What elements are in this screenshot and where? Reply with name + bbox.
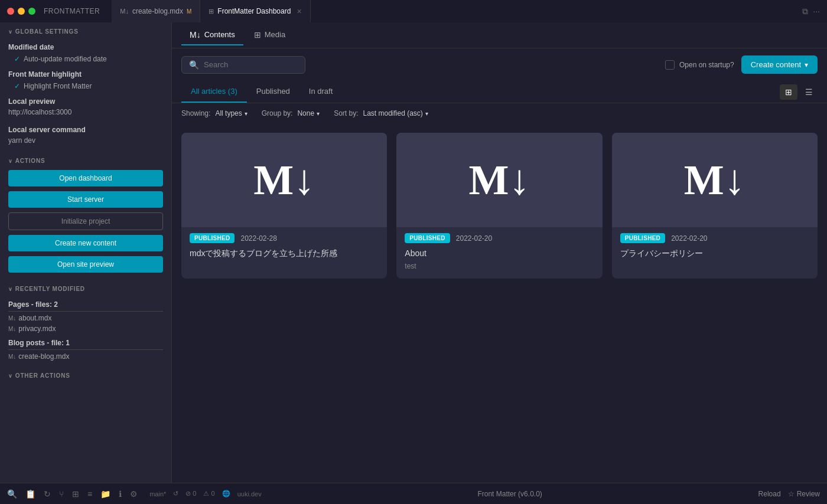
chevron-recently-icon: ∨ xyxy=(8,286,13,292)
warnings-label: ⚠ 0 xyxy=(203,490,214,498)
list-view-toggle[interactable]: ☰ xyxy=(800,84,818,100)
tab-media[interactable]: ⊞ Media xyxy=(246,25,294,45)
close-button[interactable] xyxy=(7,8,14,15)
card-date: 2022-02-28 xyxy=(240,234,276,243)
open-site-preview-button[interactable]: Open site preview xyxy=(8,256,163,273)
bottom-right: Reload ☆ Review xyxy=(758,490,820,498)
page2-label: privacy.mdx xyxy=(18,325,56,333)
content-tabs-bar: M↓ Contents ⊞ Media xyxy=(172,22,827,48)
start-server-button[interactable]: Start server xyxy=(8,191,163,208)
sync-bottom-icon[interactable]: ↻ xyxy=(44,489,51,499)
card-meta: PUBLISHED 2022-02-20 xyxy=(405,233,594,243)
minimize-button[interactable] xyxy=(18,8,25,15)
search-box[interactable]: 🔍 xyxy=(181,56,305,74)
page1-item[interactable]: M↓ about.mdx xyxy=(0,313,171,323)
folder-bottom-icon[interactable]: 📁 xyxy=(100,489,110,499)
group-by-select[interactable]: None ▾ xyxy=(297,109,320,117)
group-by-label: Group by: xyxy=(262,109,293,117)
more-actions-icon[interactable]: ··· xyxy=(813,6,820,17)
settings-bottom-icon[interactable]: ⚙ xyxy=(130,489,138,499)
check-icon: ✓ xyxy=(14,55,20,63)
traffic-lights xyxy=(7,8,35,15)
grid-bottom-icon[interactable]: ⊞ xyxy=(72,489,79,499)
tab-dashboard-label: FrontMatter Dashboard xyxy=(217,7,291,15)
app-title: FRONTMATTER xyxy=(44,7,100,15)
copy-bottom-icon[interactable]: 📋 xyxy=(25,489,35,499)
create-content-caret-icon: ▾ xyxy=(805,61,808,69)
card-title: mdxで投稿するブログを立ち上げた所感 xyxy=(190,248,379,260)
filter-all[interactable]: All articles (3) xyxy=(181,81,247,103)
open-startup-checkbox[interactable] xyxy=(665,60,675,70)
filter-published[interactable]: Published xyxy=(247,81,299,103)
contents-tab-label: Contents xyxy=(204,30,235,39)
article-card[interactable]: M↓ PUBLISHED 2022-02-28 mdxで投稿するブログを立ち上げ… xyxy=(181,133,387,279)
pages-group-label: Pages - files: 2 xyxy=(0,296,171,310)
tab-close-icon[interactable]: × xyxy=(297,6,301,16)
card-meta: PUBLISHED 2022-02-20 xyxy=(620,233,809,243)
card-date: 2022-02-20 xyxy=(671,234,707,243)
open-startup-option: Open on startup? xyxy=(665,60,734,70)
tab-contents[interactable]: M↓ Contents xyxy=(181,25,243,45)
card-subtitle: test xyxy=(405,262,594,270)
version-label: Front Matter (v6.0.0) xyxy=(477,490,542,498)
highlight-item: ✓ Highlight Front Matter xyxy=(0,80,171,93)
article-card[interactable]: M↓ PUBLISHED 2022-02-20 プライバシーポリシー xyxy=(612,133,818,279)
initialize-project-button[interactable]: Initialize project xyxy=(8,212,163,230)
blog-group-label: Blog posts - file: 1 xyxy=(0,334,171,348)
reload-button[interactable]: Reload xyxy=(758,490,781,498)
card-md-icon: M↓ xyxy=(469,156,530,205)
grid-view-toggle[interactable]: ⊞ xyxy=(780,84,797,100)
open-dashboard-button[interactable]: Open dashboard xyxy=(8,170,163,186)
recently-modified-header: ∨ RECENTLY MODIFIED xyxy=(0,280,171,296)
filter-tabs: All articles (3) Published In draft ⊞ ☰ xyxy=(172,81,827,103)
local-server-value: yarn dev xyxy=(0,135,171,149)
filter-draft[interactable]: In draft xyxy=(299,81,342,103)
split-editor-icon[interactable]: ⧉ xyxy=(802,6,808,17)
toolbar: 🔍 Open on startup? Create content ▾ xyxy=(172,48,827,81)
modified-date-label: Modified date xyxy=(0,38,171,53)
contents-tab-icon: M↓ xyxy=(190,30,201,40)
bottom-center: Front Matter (v6.0.0) xyxy=(269,490,751,498)
card-title: About xyxy=(405,248,594,260)
showing-caret-icon: ▾ xyxy=(245,110,248,117)
card-body: PUBLISHED 2022-02-20 プライバシーポリシー xyxy=(612,227,818,268)
sort-by-select[interactable]: Last modified (asc) ▾ xyxy=(363,109,428,117)
blog-divider xyxy=(8,349,163,350)
page2-item[interactable]: M↓ privacy.mdx xyxy=(0,323,171,334)
tab-dashboard[interactable]: ⊞ FrontMatter Dashboard × xyxy=(200,0,310,22)
chevron-other-icon: ∨ xyxy=(8,373,13,379)
titlebar: FRONTMATTER M↓ create-blog.mdx M ⊞ Front… xyxy=(0,0,827,22)
review-button[interactable]: ☆ Review xyxy=(788,490,820,498)
branch-bottom-icon[interactable]: ⑂ xyxy=(59,489,64,499)
info-bottom-icon[interactable]: ℹ xyxy=(119,489,122,499)
search-bottom-icon[interactable]: 🔍 xyxy=(7,489,17,499)
tab-label: create-blog.mdx xyxy=(132,7,183,15)
star-icon: ☆ xyxy=(788,490,795,498)
create-content-label: Create content xyxy=(751,60,801,69)
create-new-content-button[interactable]: Create new content xyxy=(8,235,163,251)
view-toggles: ⊞ ☰ xyxy=(780,84,818,100)
search-input[interactable] xyxy=(204,60,298,69)
card-body: PUBLISHED 2022-02-28 mdxで投稿するブログを立ち上げた所感 xyxy=(181,227,387,268)
main-layout: ∨ GLOBAL SETTINGS Modified date ✓ Auto-u… xyxy=(0,22,827,483)
showing-select[interactable]: All types ▾ xyxy=(215,109,247,117)
create-content-button[interactable]: Create content ▾ xyxy=(741,55,818,74)
title-actions: ⧉ ··· xyxy=(802,6,820,17)
sort-by-label: Sort by: xyxy=(334,109,358,117)
auto-update-item: ✓ Auto-update modified date xyxy=(0,53,171,66)
card-body: PUBLISHED 2022-02-20 About test xyxy=(396,227,602,279)
local-preview-label: Local preview xyxy=(0,93,171,107)
maximize-button[interactable] xyxy=(28,8,35,15)
card-md-icon: M↓ xyxy=(684,156,745,205)
pages-divider xyxy=(8,311,163,312)
article-card[interactable]: M↓ PUBLISHED 2022-02-20 About test xyxy=(396,133,602,279)
media-tab-label: Media xyxy=(265,30,285,39)
tab-create-blog[interactable]: M↓ create-blog.mdx M xyxy=(112,0,200,22)
sort-by-value: Last modified (asc) xyxy=(363,109,422,117)
blog1-item[interactable]: M↓ create-blog.mdx xyxy=(0,351,171,362)
domain-icon: 🌐 xyxy=(222,490,230,498)
page1-label: about.mdx xyxy=(18,314,51,322)
sort-bar: Showing: All types ▾ Group by: None ▾ So… xyxy=(172,103,827,123)
toolbar-right: Open on startup? Create content ▾ xyxy=(665,55,818,74)
text-bottom-icon[interactable]: ≡ xyxy=(87,489,92,499)
